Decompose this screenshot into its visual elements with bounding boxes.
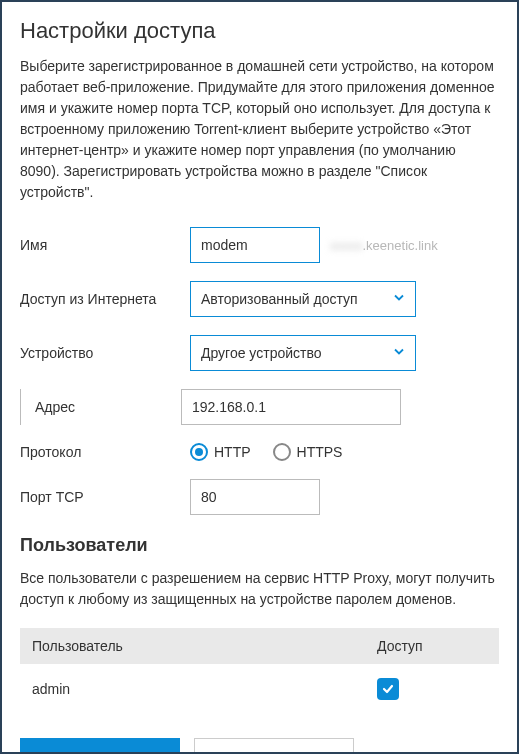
protocol-radio-https[interactable]: HTTPS [273, 443, 343, 461]
name-label: Имя [20, 237, 190, 253]
page-description: Выберите зарегистрированное в домашней с… [20, 56, 499, 203]
address-label: Адрес [35, 399, 181, 415]
name-input[interactable] [190, 227, 320, 263]
protocol-radio-http[interactable]: HTTP [190, 443, 251, 461]
protocol-http-label: HTTP [214, 444, 251, 460]
col-access-header: Доступ [377, 638, 487, 654]
users-section-title: Пользователи [20, 535, 499, 556]
access-label: Доступ из Интернета [20, 291, 190, 307]
save-button[interactable]: Сохранить [20, 738, 180, 754]
access-value[interactable] [190, 281, 416, 317]
col-user-header: Пользователь [32, 638, 377, 654]
users-section-description: Все пользователи с разрешением на сервис… [20, 568, 499, 610]
table-row: admin [20, 664, 499, 714]
port-label: Порт TCP [20, 489, 190, 505]
address-input[interactable] [181, 389, 401, 425]
users-table: Пользователь Доступ admin [20, 628, 499, 714]
protocol-https-label: HTTPS [297, 444, 343, 460]
port-input[interactable] [190, 479, 320, 515]
access-checkbox[interactable] [377, 678, 399, 700]
cancel-button[interactable]: Отменить [194, 738, 354, 754]
radio-checked-icon [190, 443, 208, 461]
device-label: Устройство [20, 345, 190, 361]
user-cell: admin [32, 681, 377, 697]
access-select[interactable] [190, 281, 416, 317]
check-icon [381, 682, 395, 696]
device-select[interactable] [190, 335, 416, 371]
radio-unchecked-icon [273, 443, 291, 461]
device-value[interactable] [190, 335, 416, 371]
protocol-label: Протокол [20, 444, 190, 460]
page-title: Настройки доступа [20, 18, 499, 44]
domain-suffix: xxxxx.keenetic.link [330, 238, 438, 253]
table-header: Пользователь Доступ [20, 628, 499, 664]
